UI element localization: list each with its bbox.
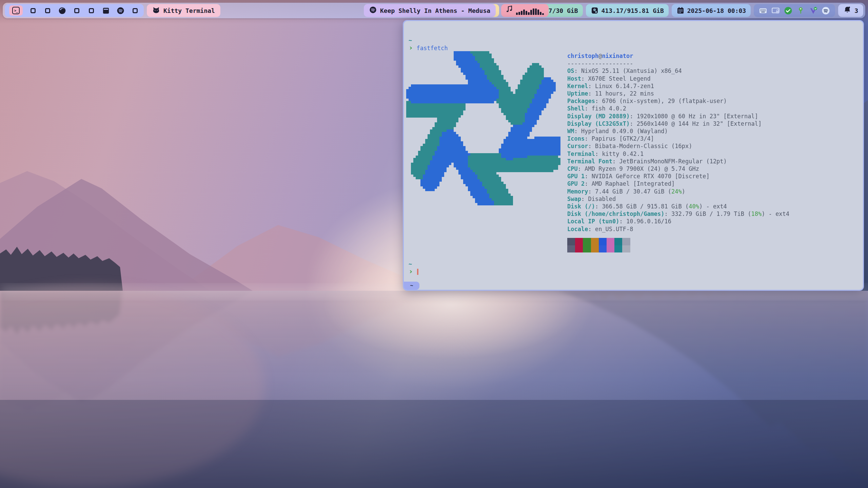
terminal-tab-bar: ~ xyxy=(404,282,863,290)
workspace-3-workspace-square-icon[interactable] xyxy=(43,5,52,16)
workspace-2-workspace-square-icon[interactable] xyxy=(28,5,37,16)
fastfetch-line: Uptime: 11 hours, 22 mins xyxy=(567,90,789,97)
fastfetch-line: WM: Hyprland 0.49.0 (Wayland) xyxy=(567,127,789,135)
vpn-check-icon[interactable] xyxy=(809,6,817,15)
visualizer-bar xyxy=(542,13,544,15)
visualizer-pill[interactable] xyxy=(501,4,549,17)
workspace-4-firefox-icon[interactable] xyxy=(58,5,66,16)
keyboard-icon[interactable] xyxy=(759,6,767,15)
key-icon[interactable] xyxy=(796,6,805,15)
disk-icon xyxy=(591,6,599,15)
music-title: Keep Shelly In Athens - Medusa xyxy=(380,7,490,14)
workspace-6-workspace-square-icon[interactable] xyxy=(87,5,96,16)
music-note-icon xyxy=(505,5,513,14)
clock-value: 2025-06-18 00:03 xyxy=(687,7,746,14)
workspace-8-spotify-icon[interactable] xyxy=(116,5,125,16)
palette-swatch xyxy=(614,238,622,245)
visualizer-bar xyxy=(521,11,522,15)
fastfetch-line: Terminal Font: JetBrainsMonoNFM-Regular … xyxy=(567,158,789,165)
fastfetch-line: Disk (/): 366.58 GiB / 915.81 GiB (40%) … xyxy=(567,203,789,210)
workspace-5-workspace-square-icon[interactable] xyxy=(72,5,81,16)
fastfetch-line: Display (LC32G5xT): 868x488 @ 144 Hz i… xyxy=(567,120,789,127)
memory-value: 7/30 GiB xyxy=(549,7,578,14)
workspace-7-files-icon[interactable] xyxy=(101,5,110,16)
fastfetch-line: Disk (/home/christoph/Games): 332.79 GiB… xyxy=(567,210,789,218)
visualizer-bar xyxy=(533,8,534,15)
music-pill[interactable]: Keep Shelly In Athens - Medusa xyxy=(364,4,496,17)
workspaces: >_ xyxy=(5,4,144,17)
fastfetch-line: GPU 2: AMD Raphael [Integrated] xyxy=(567,180,789,187)
spotify-light-icon[interactable] xyxy=(822,6,830,15)
status-bar: >_ Kitty Terminal Keep Shelly In Athens … xyxy=(3,3,865,18)
fastfetch-line: Icons: Papirus [GTK2/3/4] xyxy=(567,135,789,142)
visualizer-bar xyxy=(535,8,537,15)
clock-pill[interactable]: 2025-06-18 00:03 xyxy=(672,4,751,17)
notification-pill[interactable]: 3 xyxy=(838,4,863,17)
disk-value: 413.17/915.81 GiB xyxy=(601,7,664,14)
spotify-icon xyxy=(369,6,377,15)
shell-prompt[interactable]: ~ › xyxy=(409,260,418,276)
palette-swatch xyxy=(591,238,599,245)
visualizer-bar xyxy=(526,11,527,15)
palette-swatch xyxy=(583,238,591,245)
palette-swatch xyxy=(583,245,591,253)
desktop: >_ Kitty Terminal Keep Shelly In Athens … xyxy=(0,0,868,488)
calendar-icon xyxy=(676,6,685,15)
fastfetch-line: Display (MD 20889): 1920x1080 @ 60 Hz in… xyxy=(567,113,789,120)
visualizer-bar xyxy=(530,10,532,15)
palette-swatch xyxy=(599,245,607,253)
visualizer-bar xyxy=(516,13,518,15)
bar-center: Keep Shelly In Athens - Medusa xyxy=(364,4,549,17)
visualizer-bar xyxy=(528,12,530,15)
palette-row-1 xyxy=(567,238,630,245)
palette-swatch xyxy=(599,238,607,245)
fastfetch-line: Kernel: Linux 6.14.7-zen1 xyxy=(567,82,789,90)
screenshare-lock-icon[interactable] xyxy=(771,6,780,15)
palette-swatch xyxy=(591,245,599,253)
fastfetch-line: Host: X670E Steel Legend xyxy=(567,75,789,82)
terminal-content: ~ › fastfetch christoph@nixinator-------… xyxy=(404,21,863,290)
fastfetch-separator: ------------------- xyxy=(567,60,789,67)
fastfetch-line: Local IP (tun0): 10.96.0.16/16 xyxy=(567,218,789,225)
visualizer-bar xyxy=(540,12,541,15)
workspace-1-terminal-icon[interactable]: >_ xyxy=(9,5,23,16)
fastfetch-line: Locale: en_US.UTF-8 xyxy=(567,225,789,233)
fastfetch-info: christoph@nixinator-------------------OS… xyxy=(567,52,789,233)
fastfetch-title: christoph@nixinator xyxy=(567,52,789,60)
bell-icon xyxy=(843,6,851,15)
system-tray xyxy=(754,4,835,17)
fastfetch-line: Memory: 7.44 GiB / 30.47 GiB (24%) xyxy=(567,188,789,195)
terminal-tab-home[interactable]: ~ xyxy=(404,282,419,290)
palette-swatch xyxy=(622,238,630,245)
fastfetch-line: Packages: 6706 (nix-system), 29 (flatpak… xyxy=(567,97,789,105)
palette-swatch xyxy=(575,245,583,253)
check-circle-icon[interactable] xyxy=(784,6,792,15)
cat-icon xyxy=(152,6,160,15)
disk-pill[interactable]: 413.17/915.81 GiB xyxy=(586,4,669,17)
fastfetch-line: Shell: fish 4.0.2 xyxy=(567,105,789,112)
fastfetch-line: Cursor: Bibata-Modern-Classic (16px) xyxy=(567,142,789,150)
workspace-9-workspace-square-icon[interactable] xyxy=(131,5,139,16)
palette-swatch xyxy=(567,238,575,245)
notification-count: 3 xyxy=(854,7,858,14)
palette-row-2 xyxy=(567,245,630,253)
command-text: fastfetch xyxy=(417,45,448,52)
kitty-terminal-window[interactable]: ~ › fastfetch christoph@nixinator-------… xyxy=(403,20,864,291)
palette-swatch xyxy=(607,245,614,253)
fastfetch-line: Swap: Disabled xyxy=(567,195,789,203)
fastfetch-line: CPU: AMD Ryzen 9 7900X (24) @ 5.74 GHz xyxy=(567,165,789,172)
palette-swatch xyxy=(607,238,614,245)
visualizer-bar xyxy=(523,9,525,15)
active-window-title: Kitty Terminal xyxy=(163,7,215,14)
prompt-symbol: › xyxy=(409,43,413,52)
fastfetch-line: OS: NixOS 25.11 (Xantusia) x86_64 xyxy=(567,67,789,75)
fastfetch-line: Terminal: kitty 0.42.1 xyxy=(567,150,789,158)
nixos-logo xyxy=(406,51,560,205)
shell-history: ~ › fastfetch xyxy=(409,37,448,52)
visualizer-bar xyxy=(518,12,520,15)
palette-swatch xyxy=(614,245,622,253)
prompt-symbol: › xyxy=(409,267,413,276)
prompt-path: ~ xyxy=(409,261,412,267)
active-window-pill[interactable]: Kitty Terminal xyxy=(147,4,220,17)
terminal-color-palette xyxy=(567,238,630,252)
